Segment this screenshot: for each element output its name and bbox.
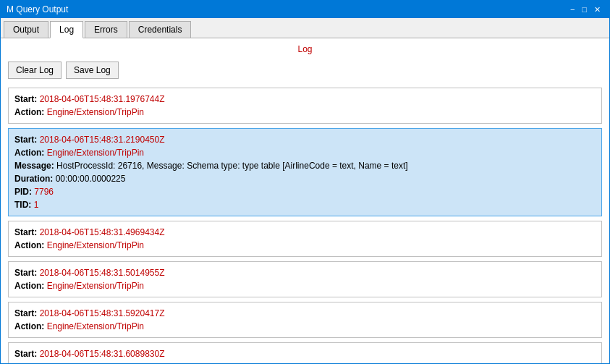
log-field-value: Engine/Extension/TripPin (47, 362, 144, 363)
log-line: PID: 7796 (14, 185, 596, 198)
log-field-value: 2018-04-06T15:48:31.1976744Z (40, 94, 165, 104)
log-entry[interactable]: Start: 2018-04-06T15:48:31.6089830ZActio… (8, 342, 602, 363)
log-field-value: 2018-04-06T15:48:31.6089830Z (40, 349, 165, 359)
log-field-label: PID: (14, 187, 34, 197)
minimize-button[interactable]: − (567, 4, 577, 15)
log-field-value: 2018-04-06T15:48:31.4969434Z (40, 227, 165, 237)
log-line: Start: 2018-04-06T15:48:31.6089830Z (14, 347, 596, 360)
log-field-value: 7796 (34, 187, 54, 197)
log-area[interactable]: Start: 2018-04-06T15:48:31.1976744ZActio… (1, 85, 609, 363)
close-button[interactable]: ✕ (591, 4, 603, 15)
log-line: Action: Engine/Extension/TripPin (14, 146, 596, 159)
log-field-value: 1 (34, 200, 39, 210)
log-field-label: Start: (14, 349, 40, 359)
log-field-value: Engine/Extension/TripPin (47, 240, 144, 250)
log-line: Start: 2018-04-06T15:48:31.5014955Z (14, 266, 596, 279)
log-field-value: 2018-04-06T15:48:31.5014955Z (40, 268, 165, 278)
log-field-label: Start: (14, 227, 40, 237)
log-field-value: Engine/Extension/TripPin (47, 148, 144, 158)
log-line: Action: Engine/Extension/TripPin (14, 106, 596, 119)
log-field-label: Action: (14, 148, 47, 158)
log-line: Action: Engine/Extension/TripPin (14, 239, 596, 252)
log-line: Message: HostProcessId: 26716, Message: … (14, 159, 596, 172)
log-line: Start: 2018-04-06T15:48:31.1976744Z (14, 93, 596, 106)
log-field-label: Action: (14, 240, 47, 250)
log-line: Action: Engine/Extension/TripPin (14, 279, 596, 292)
log-field-label: Start: (14, 308, 40, 318)
log-field-label: Action: (14, 107, 47, 117)
log-entry[interactable]: Start: 2018-04-06T15:48:31.1976744ZActio… (8, 88, 602, 124)
window-title: M Query Output (7, 4, 68, 14)
title-bar: M Query Output − □ ✕ (1, 1, 609, 18)
log-entry[interactable]: Start: 2018-04-06T15:48:31.2190450ZActio… (8, 128, 602, 216)
log-toolbar: Clear Log Save Log (1, 59, 609, 85)
log-entry[interactable]: Start: 2018-04-06T15:48:31.5920417ZActio… (8, 302, 602, 338)
log-field-value: 00:00:00.0000225 (56, 174, 126, 184)
log-field-value: 2018-04-06T15:48:31.5920417Z (40, 308, 165, 318)
log-field-value: Engine/Extension/TripPin (47, 281, 144, 291)
log-field-value: Engine/Extension/TripPin (47, 321, 144, 331)
log-field-label: Action: (14, 281, 47, 291)
window-controls: − □ ✕ (567, 4, 603, 15)
log-field-label: Action: (14, 321, 47, 331)
log-field-value: HostProcessId: 26716, Message: Schema ty… (56, 161, 408, 171)
log-field-label: TID: (14, 200, 34, 210)
log-field-label: Start: (14, 94, 40, 104)
log-line: Start: 2018-04-06T15:48:31.4969434Z (14, 226, 596, 239)
log-line: Action: Engine/Extension/TripPin (14, 320, 596, 333)
restore-button[interactable]: □ (579, 4, 590, 15)
log-line: TID: 1 (14, 198, 596, 211)
main-window: M Query Output − □ ✕ Output Log Errors C… (0, 0, 610, 364)
log-line: Action: Engine/Extension/TripPin (14, 360, 596, 363)
log-title: Log (1, 38, 609, 59)
tab-errors[interactable]: Errors (85, 21, 127, 38)
log-line: Duration: 00:00:00.0000225 (14, 172, 596, 185)
log-field-value: Engine/Extension/TripPin (47, 107, 144, 117)
log-line: Start: 2018-04-06T15:48:31.2190450Z (14, 133, 596, 146)
tab-log[interactable]: Log (50, 21, 83, 38)
tab-output[interactable]: Output (4, 21, 48, 38)
tab-bar: Output Log Errors Credentials (1, 18, 609, 38)
tab-credentials[interactable]: Credentials (129, 21, 192, 38)
content-area: Log Clear Log Save Log Start: 2018-04-06… (1, 38, 609, 363)
log-entry[interactable]: Start: 2018-04-06T15:48:31.4969434ZActio… (8, 221, 602, 257)
clear-log-button[interactable]: Clear Log (8, 62, 62, 79)
log-field-label: Start: (14, 268, 40, 278)
save-log-button[interactable]: Save Log (66, 62, 119, 79)
log-field-label: Start: (14, 135, 40, 145)
log-line: Start: 2018-04-06T15:48:31.5920417Z (14, 307, 596, 320)
log-field-label: Message: (14, 161, 56, 171)
log-entry[interactable]: Start: 2018-04-06T15:48:31.5014955ZActio… (8, 261, 602, 297)
log-field-label: Duration: (14, 174, 56, 184)
log-field-value: 2018-04-06T15:48:31.2190450Z (40, 135, 165, 145)
log-field-label: Action: (14, 362, 47, 363)
